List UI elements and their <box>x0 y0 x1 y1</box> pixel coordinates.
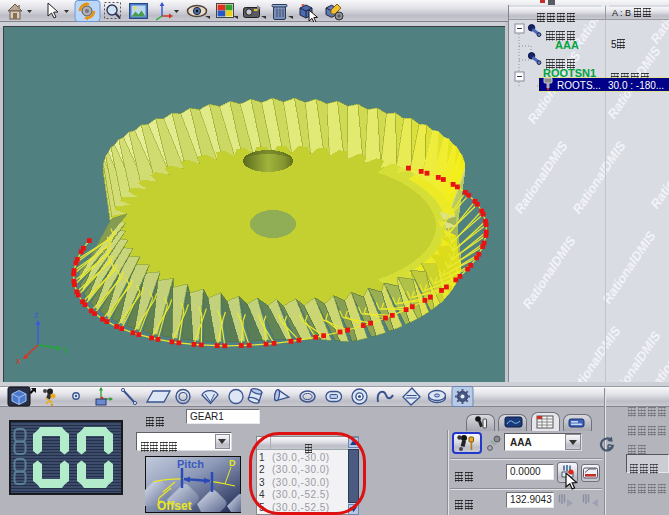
svg-text:Offset: Offset <box>157 499 192 513</box>
svg-text:Pitch: Pitch <box>177 458 204 470</box>
svg-text:D: D <box>229 458 236 468</box>
svg-text:x: x <box>16 356 21 366</box>
svg-text:y: y <box>63 344 68 354</box>
svg-text:z: z <box>34 310 39 320</box>
